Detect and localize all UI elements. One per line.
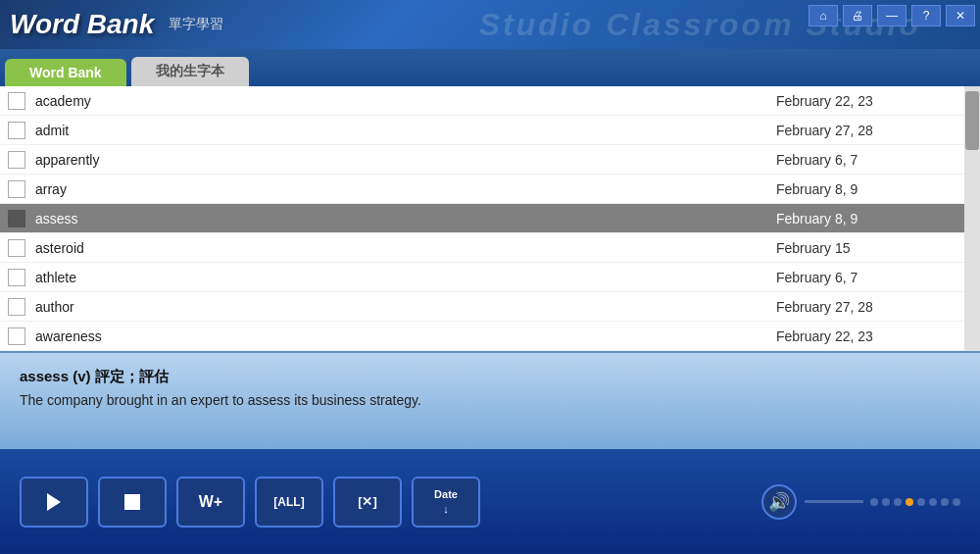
word-date: February 27, 28 bbox=[776, 123, 972, 138]
word-date: February 6, 7 bbox=[776, 152, 972, 168]
shuffle-label: [✕] bbox=[358, 494, 377, 509]
word-row[interactable]: admitFebruary 27, 28 bbox=[0, 116, 980, 145]
volume-icon[interactable]: 🔊 bbox=[761, 484, 797, 520]
bottom-controls: W+ [ALL] [✕] Date↓ 🔊 bbox=[0, 449, 980, 554]
svg-marker-0 bbox=[47, 493, 61, 511]
word-date: February 22, 23 bbox=[776, 93, 972, 109]
shuffle-button[interactable]: [✕] bbox=[333, 477, 402, 528]
scroll-thumb[interactable] bbox=[965, 91, 979, 150]
play-button[interactable] bbox=[20, 477, 88, 528]
word-date: February 6, 7 bbox=[776, 270, 972, 285]
word-checkbox[interactable] bbox=[8, 92, 25, 110]
definition-area: assess (v) 評定；評估 The company brought in … bbox=[0, 351, 980, 449]
word-name: admit bbox=[35, 123, 776, 138]
window-controls: ⌂ 🖨 — ? ✕ bbox=[808, 5, 975, 26]
definition-sentence: The company brought in an expert to asse… bbox=[20, 392, 960, 408]
def-word-bold: assess bbox=[20, 368, 69, 384]
all-label: [ALL] bbox=[273, 495, 304, 509]
word-row[interactable]: athleteFebruary 6, 7 bbox=[0, 263, 980, 292]
word-checkbox[interactable] bbox=[8, 180, 25, 198]
word-checkbox-selected[interactable] bbox=[8, 210, 25, 227]
word-name: assess bbox=[35, 211, 776, 227]
word-checkbox[interactable] bbox=[8, 269, 25, 286]
word-row[interactable]: authorFebruary 27, 28 bbox=[0, 292, 980, 322]
control-button-group: W+ [ALL] [✕] Date↓ bbox=[20, 477, 480, 528]
definition-word: assess (v) 評定；評估 bbox=[20, 368, 960, 386]
word-row[interactable]: awarenessFebruary 22, 23 bbox=[0, 322, 980, 351]
word-checkbox[interactable] bbox=[8, 327, 25, 345]
svg-rect-1 bbox=[124, 494, 140, 510]
word-name: array bbox=[35, 181, 776, 197]
vol-dot-active bbox=[906, 498, 913, 506]
word-list-container: academyFebruary 22, 23admitFebruary 27, … bbox=[0, 86, 980, 351]
word-row[interactable]: apparentlyFebruary 6, 7 bbox=[0, 145, 980, 175]
home-button[interactable]: ⌂ bbox=[808, 5, 838, 26]
header: Word Bank 單字學習 Studio Classroom Studio ⌂… bbox=[0, 0, 980, 49]
word-list: academyFebruary 22, 23admitFebruary 27, … bbox=[0, 86, 980, 351]
def-part: (v) bbox=[73, 368, 95, 384]
scrollbar[interactable] bbox=[964, 86, 980, 351]
vol-dot-7 bbox=[941, 498, 949, 506]
word-name: academy bbox=[35, 93, 776, 109]
vol-dot-3 bbox=[894, 498, 902, 506]
word-checkbox[interactable] bbox=[8, 122, 25, 139]
app-subtitle: 單字學習 bbox=[169, 16, 223, 33]
date-sort-button[interactable]: Date↓ bbox=[412, 477, 480, 528]
vol-dot-6 bbox=[929, 498, 937, 506]
print-button[interactable]: 🖨 bbox=[843, 5, 872, 26]
word-name: awareness bbox=[35, 328, 776, 344]
word-checkbox[interactable] bbox=[8, 239, 25, 257]
word-row[interactable]: academyFebruary 22, 23 bbox=[0, 86, 980, 116]
word-name: asteroid bbox=[35, 240, 776, 256]
minimize-button[interactable]: — bbox=[877, 5, 906, 26]
word-plus-button[interactable]: W+ bbox=[176, 477, 245, 528]
word-row[interactable]: assessFebruary 8, 9 bbox=[0, 204, 980, 233]
vol-dot-1 bbox=[870, 498, 878, 506]
vol-dot-2 bbox=[882, 498, 890, 506]
word-row[interactable]: arrayFebruary 8, 9 bbox=[0, 175, 980, 204]
volume-control: 🔊 bbox=[761, 484, 960, 520]
word-plus-label: W+ bbox=[199, 493, 222, 511]
word-name: athlete bbox=[35, 270, 776, 285]
word-name: apparently bbox=[35, 152, 776, 168]
date-sort-label: Date↓ bbox=[434, 487, 458, 516]
word-checkbox[interactable] bbox=[8, 298, 25, 316]
tab-my-vocab[interactable]: 我的生字本 bbox=[131, 57, 249, 86]
word-name: author bbox=[35, 299, 776, 315]
tab-bar: Word Bank 我的生字本 bbox=[0, 49, 980, 86]
word-checkbox[interactable] bbox=[8, 151, 25, 169]
all-button[interactable]: [ALL] bbox=[255, 477, 323, 528]
word-row[interactable]: asteroidFebruary 15 bbox=[0, 233, 980, 263]
volume-dots bbox=[802, 498, 960, 506]
help-button[interactable]: ? bbox=[911, 5, 941, 26]
word-date: February 15 bbox=[776, 240, 972, 256]
vol-dot-5 bbox=[917, 498, 925, 506]
close-button[interactable]: ✕ bbox=[946, 5, 975, 26]
stop-button[interactable] bbox=[98, 477, 167, 528]
word-date: February 27, 28 bbox=[776, 299, 972, 315]
word-date: February 8, 9 bbox=[776, 211, 972, 227]
def-chinese: 評定；評估 bbox=[95, 368, 169, 384]
tab-word-bank[interactable]: Word Bank bbox=[5, 59, 126, 86]
vol-dot-8 bbox=[953, 498, 960, 506]
app-title: Word Bank bbox=[10, 9, 154, 40]
vol-line bbox=[805, 500, 863, 503]
word-date: February 22, 23 bbox=[776, 328, 972, 344]
word-date: February 8, 9 bbox=[776, 181, 972, 197]
